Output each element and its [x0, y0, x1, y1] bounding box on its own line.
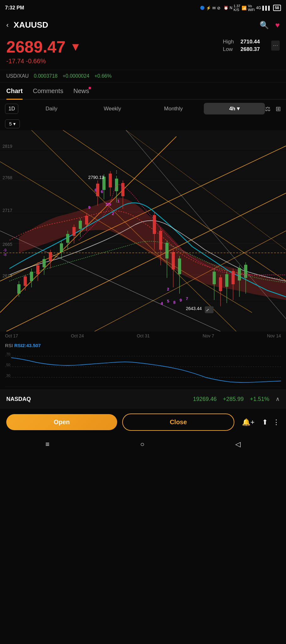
- menu-button[interactable]: ≡: [45, 440, 49, 448]
- system-nav: ≡ ○ ◁: [0, 436, 286, 455]
- rsi-section: RSI RSI2:43.507 70 50 30: [0, 340, 286, 387]
- back-button[interactable]: ‹: [6, 21, 9, 29]
- high-label: High: [223, 39, 237, 45]
- svg-text:9: 9: [180, 298, 182, 303]
- chart-type-icons: ⚖ ⊞: [265, 105, 281, 113]
- svg-text:2819: 2819: [3, 144, 12, 149]
- status-icons: 🔵 ⚡ ✉ ⊘ ⏰ N 1.37K/S 📶 VoWiFi 4G ▌▌▌ 58: [200, 4, 281, 12]
- header: ‹ XAUUSD 🔍 ♥: [0, 16, 286, 34]
- chart-area: 2819 2768 2717 2665 2614: [0, 130, 286, 331]
- battery-indicator: 58: [273, 5, 281, 11]
- svg-rect-71: [178, 258, 181, 274]
- alert-add-icon[interactable]: 🔔+: [242, 418, 255, 426]
- layout-icon[interactable]: ⊞: [276, 105, 281, 113]
- svg-rect-27: [30, 272, 33, 281]
- tf-1d-button[interactable]: 1D: [5, 104, 18, 114]
- usd-xau-change: +0.0000024: [63, 73, 89, 79]
- price-change: -17.74 -0.66%: [6, 58, 81, 65]
- x-axis: Oct 17 Oct 24 Oct 31 Nov 7 Nov 14: [0, 331, 286, 340]
- open-button[interactable]: Open: [6, 414, 117, 430]
- share-icon[interactable]: ⬆: [262, 418, 268, 426]
- price-chart[interactable]: 2819 2768 2717 2665 2614: [0, 130, 286, 331]
- tf-4h-button[interactable]: 4h ▾: [204, 103, 265, 114]
- low-label: Low: [223, 46, 237, 53]
- usd-xau-pct: +0.66%: [94, 73, 112, 79]
- low-value: 2680.37: [241, 46, 260, 53]
- svg-rect-67: [165, 243, 169, 258]
- more-options-icon[interactable]: ⋮: [273, 418, 280, 426]
- svg-rect-87: [244, 265, 247, 278]
- tf-weekly-button[interactable]: Weekly: [82, 103, 143, 114]
- tab-news[interactable]: News: [73, 87, 89, 99]
- svg-text:2: 2: [167, 287, 169, 291]
- action-bar: Open Close 🔔+ ⬆ ⋮: [0, 408, 286, 436]
- price-left: 2689.47 ▼ -17.74 -0.66%: [6, 37, 81, 65]
- svg-text:8: 8: [173, 300, 175, 305]
- price-value: 2689.47: [6, 37, 66, 56]
- x-label-3: Nov 7: [203, 333, 214, 338]
- status-bar: 7:32 PM 🔵 ⚡ ✉ ⊘ ⏰ N 1.37K/S 📶 VoWiFi 4G …: [0, 0, 286, 16]
- x-label-4: Nov 14: [267, 333, 281, 338]
- svg-text:-9: -9: [3, 248, 7, 253]
- low-row: Low 2680.37: [223, 46, 260, 53]
- scroll-indicator[interactable]: ⋮: [271, 41, 280, 51]
- home-button[interactable]: ○: [140, 440, 144, 448]
- svg-text:7: 7: [186, 296, 188, 301]
- rsi-chart: 70 50 30: [5, 349, 281, 387]
- svg-text:1: 1: [117, 199, 119, 203]
- mail-icon: ✉: [212, 6, 216, 10]
- svg-text:⤢: ⤢: [206, 308, 209, 312]
- close-button[interactable]: Close: [122, 414, 234, 431]
- speed-label: 1.37K/S: [234, 4, 240, 12]
- n-icon: N: [230, 6, 232, 10]
- svg-rect-35: [60, 243, 63, 252]
- tf-daily-button[interactable]: Daily: [21, 103, 82, 114]
- nasdaq-label: NASDAQ: [6, 396, 31, 402]
- high-low-block: High 2710.44 Low 2680.37: [223, 39, 260, 53]
- candle-type-icon[interactable]: ⚖: [265, 105, 271, 113]
- nasdaq-price: 19269.46: [193, 396, 217, 402]
- svg-rect-59: [121, 183, 124, 196]
- nasdaq-pct: +1.51%: [250, 396, 269, 402]
- x-label-1: Oct 24: [71, 333, 84, 338]
- x-label-2: Oct 31: [137, 333, 150, 338]
- nasdaq-bar[interactable]: NASDAQ 19269.46 +285.99 +1.51% ∧: [0, 390, 286, 408]
- flash-icon: ⚡: [206, 6, 211, 10]
- svg-rect-81: [225, 274, 228, 287]
- svg-text:2717: 2717: [3, 208, 12, 213]
- nasdaq-expand-icon[interactable]: ∧: [276, 396, 280, 402]
- symbol-title: XAUUSD: [14, 20, 48, 30]
- back-nav-button[interactable]: ◁: [235, 440, 241, 448]
- high-row: High 2710.44: [223, 39, 260, 45]
- news-dot: [89, 87, 91, 89]
- block-icon: ⊘: [217, 6, 220, 10]
- svg-text:2790.13: 2790.13: [88, 175, 104, 180]
- usd-xau-value: 0.0003718: [34, 73, 58, 79]
- tf-monthly-button[interactable]: Monthly: [143, 103, 204, 114]
- tab-chart[interactable]: Chart: [6, 87, 23, 99]
- svg-rect-55: [109, 174, 112, 187]
- svg-rect-37: [66, 234, 69, 243]
- rsi-value: RSI2:43.507: [14, 343, 41, 348]
- search-icon[interactable]: 🔍: [260, 21, 269, 30]
- favorite-icon[interactable]: ♥: [275, 21, 280, 30]
- x-label-0: Oct 17: [5, 333, 18, 338]
- header-right: 🔍 ♥: [260, 21, 280, 30]
- svg-text:50: 50: [6, 363, 10, 367]
- alarm-icon: ⏰: [224, 6, 228, 10]
- zoom-button[interactable]: 5 ▾: [5, 119, 20, 128]
- svg-rect-33: [49, 252, 52, 261]
- signal-icon: ▌▌▌: [262, 6, 271, 10]
- status-time: 7:32 PM: [5, 5, 24, 11]
- svg-rect-83: [232, 271, 235, 284]
- svg-text:6: 6: [101, 189, 103, 194]
- svg-rect-69: [172, 252, 175, 269]
- svg-rect-23: [17, 284, 20, 294]
- svg-text:30: 30: [6, 374, 10, 377]
- tab-comments[interactable]: Comments: [33, 87, 63, 99]
- vo-label: VoWiFi: [248, 4, 255, 12]
- header-left: ‹ XAUUSD: [6, 20, 48, 30]
- svg-rect-63: [153, 215, 156, 234]
- price-section: 2689.47 ▼ -17.74 -0.66% High 2710.44 Low…: [0, 34, 286, 70]
- timeframe-bar: 1D Daily Weekly Monthly 4h ▾ ⚖ ⊞: [0, 100, 286, 118]
